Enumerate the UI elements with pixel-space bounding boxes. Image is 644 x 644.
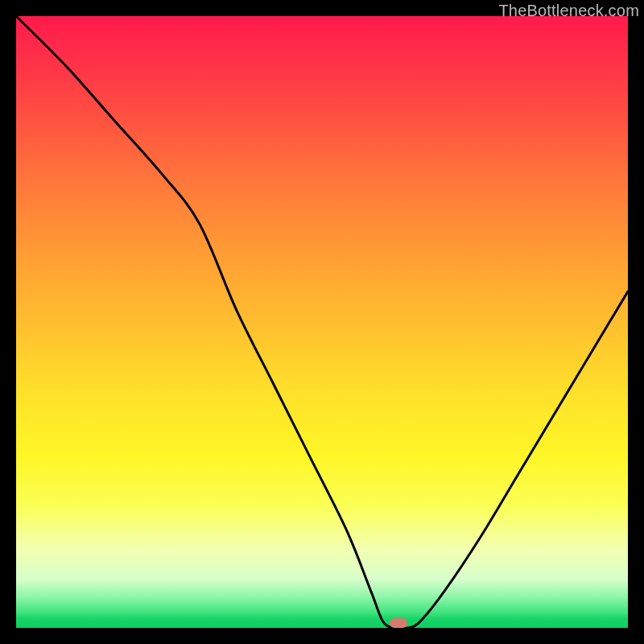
plot-area xyxy=(16,16,628,628)
chart-frame: TheBottleneck.com xyxy=(0,0,644,644)
watermark-text: TheBottleneck.com xyxy=(498,2,639,20)
optimal-marker xyxy=(390,618,407,628)
curve-path xyxy=(16,16,628,628)
bottleneck-curve xyxy=(16,16,628,628)
